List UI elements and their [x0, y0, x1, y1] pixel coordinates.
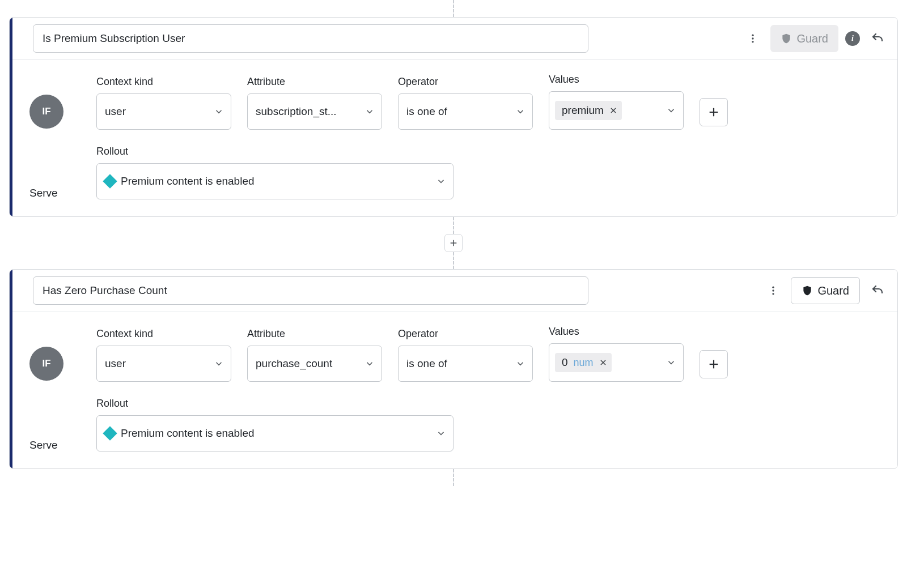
variation-swatch-diamond: [103, 174, 117, 188]
value-chip: premium: [555, 101, 622, 120]
chevron-down-icon: [365, 106, 375, 117]
value-chip-type: num: [574, 357, 594, 369]
values-multiselect[interactable]: premium: [549, 91, 684, 130]
values-label: Values: [549, 326, 684, 338]
chevron-down-icon: [436, 428, 446, 438]
svg-point-2: [752, 41, 754, 42]
undo-button[interactable]: [867, 28, 888, 49]
context-kind-select[interactable]: user: [96, 346, 231, 382]
remove-value-button[interactable]: [609, 106, 617, 114]
svg-point-10: [773, 289, 774, 291]
rule-connector: [453, 0, 454, 17]
svg-point-9: [773, 287, 774, 288]
add-rule-between-button[interactable]: [444, 234, 463, 252]
add-clause-button[interactable]: [700, 350, 728, 378]
values-label: Values: [549, 74, 684, 86]
svg-point-0: [752, 35, 754, 36]
rollout-label: Rollout: [96, 146, 454, 157]
undo-icon: [871, 32, 884, 45]
chevron-down-icon: [666, 357, 676, 368]
attribute-label: Attribute: [247, 76, 382, 88]
chevron-down-icon: [515, 359, 525, 369]
guard-button-label: Guard: [796, 32, 828, 45]
variation-swatch-diamond: [103, 426, 117, 440]
if-badge: IF: [29, 95, 63, 129]
svg-point-11: [773, 293, 774, 295]
guard-button-label: Guard: [817, 284, 849, 297]
context-kind-select[interactable]: user: [96, 93, 231, 130]
operator-select[interactable]: is one of: [398, 93, 533, 130]
plus-icon: [707, 106, 720, 118]
value-chip-text: 0: [562, 356, 568, 369]
plus-icon: [449, 238, 458, 248]
more-vertical-icon: [768, 285, 779, 296]
rule-header: Guard i: [12, 18, 897, 60]
value-chip-text: premium: [562, 104, 604, 117]
undo-icon: [871, 284, 884, 297]
rule-connector: [453, 469, 454, 486]
rollout-label: Rollout: [96, 398, 454, 410]
context-kind-label: Context kind: [96, 328, 231, 340]
values-multiselect[interactable]: 0 num: [549, 343, 684, 382]
rule-name-input[interactable]: [33, 276, 588, 305]
close-icon: [609, 106, 617, 114]
svg-point-1: [752, 37, 754, 39]
rule-connector: [9, 217, 898, 269]
chevron-down-icon: [436, 176, 446, 186]
attribute-label: Attribute: [247, 328, 382, 340]
context-kind-label: Context kind: [96, 76, 231, 88]
chevron-down-icon: [214, 359, 224, 369]
chevron-down-icon: [666, 105, 676, 116]
serve-variation-select[interactable]: Premium content is enabled: [96, 163, 454, 199]
operator-label: Operator: [398, 328, 533, 340]
shield-icon: [781, 32, 792, 45]
chevron-down-icon: [515, 106, 525, 117]
remove-value-button[interactable]: [599, 359, 607, 367]
info-badge[interactable]: i: [845, 31, 860, 46]
chevron-down-icon: [365, 359, 375, 369]
guard-button[interactable]: Guard: [791, 277, 860, 304]
close-icon: [599, 359, 607, 367]
chevron-down-icon: [214, 106, 224, 117]
more-vertical-icon: [747, 33, 758, 44]
plus-icon: [707, 358, 720, 370]
add-clause-button[interactable]: [700, 98, 728, 126]
value-chip: 0 num: [555, 353, 612, 372]
rule-card: Guard i IF Context kind user: [9, 17, 898, 217]
operator-label: Operator: [398, 76, 533, 88]
rule-header: Guard: [12, 270, 897, 312]
rule-overflow-menu[interactable]: [742, 28, 764, 49]
undo-button[interactable]: [867, 280, 888, 301]
rule-overflow-menu[interactable]: [762, 280, 784, 301]
attribute-select[interactable]: subscription_st...: [247, 93, 382, 130]
attribute-select[interactable]: purchase_count: [247, 346, 382, 382]
serve-variation-select[interactable]: Premium content is enabled: [96, 415, 454, 451]
if-badge: IF: [29, 347, 63, 381]
rule-card: Guard IF Context kind user: [9, 269, 898, 469]
serve-label: Serve: [29, 439, 58, 451]
shield-icon: [802, 284, 813, 297]
guard-button[interactable]: Guard: [770, 25, 838, 52]
serve-label: Serve: [29, 187, 58, 199]
rule-name-input[interactable]: [33, 24, 588, 53]
operator-select[interactable]: is one of: [398, 346, 533, 382]
